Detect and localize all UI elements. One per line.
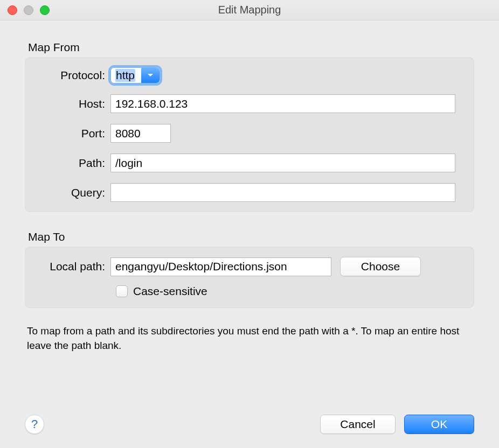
port-input[interactable]: [110, 124, 171, 143]
path-label: Path:: [34, 157, 110, 170]
window-controls: [8, 5, 50, 15]
map-from-panel: Protocol: http Host: Port: Path: Query:: [25, 57, 474, 212]
localpath-row: Local path: Choose: [34, 257, 465, 276]
ok-button[interactable]: OK: [404, 415, 474, 434]
map-from-legend: Map From: [28, 41, 474, 54]
protocol-select[interactable]: http: [110, 67, 160, 83]
chevron-down-icon: [141, 68, 160, 83]
port-label: Port:: [34, 127, 110, 140]
dialog-footer: ? Cancel OK: [0, 415, 499, 434]
path-row: Path:: [34, 153, 465, 172]
cancel-button[interactable]: Cancel: [320, 415, 396, 434]
host-label: Host:: [34, 97, 110, 110]
localpath-label: Local path:: [34, 260, 110, 273]
help-button[interactable]: ?: [25, 415, 44, 434]
close-window-button[interactable]: [8, 5, 17, 15]
host-row: Host:: [34, 94, 465, 113]
hint-text: To map from a path and its subdirectorie…: [25, 324, 474, 353]
host-input[interactable]: [110, 94, 455, 113]
dialog-content: Map From Protocol: http Host: Port: Path…: [0, 41, 499, 353]
help-icon: ?: [31, 417, 38, 431]
query-row: Query:: [34, 183, 465, 202]
minimize-window-button: [24, 5, 33, 15]
case-sensitive-checkbox[interactable]: [116, 285, 128, 297]
map-to-legend: Map To: [28, 230, 474, 243]
query-label: Query:: [34, 186, 110, 199]
window-title: Edit Mapping: [218, 4, 281, 16]
choose-button[interactable]: Choose: [340, 257, 421, 276]
protocol-row: Protocol: http: [34, 67, 465, 83]
titlebar: Edit Mapping: [0, 0, 499, 20]
localpath-input[interactable]: [110, 257, 331, 276]
protocol-label: Protocol:: [34, 69, 110, 82]
map-to-panel: Local path: Choose Case-sensitive: [25, 247, 474, 308]
path-input[interactable]: [110, 153, 455, 172]
port-row: Port:: [34, 124, 465, 143]
case-sensitive-label: Case-sensitive: [133, 285, 207, 298]
maximize-window-button[interactable]: [40, 5, 50, 15]
query-input[interactable]: [110, 183, 455, 202]
case-sensitive-row: Case-sensitive: [116, 285, 465, 298]
protocol-select-value: http: [111, 68, 141, 83]
